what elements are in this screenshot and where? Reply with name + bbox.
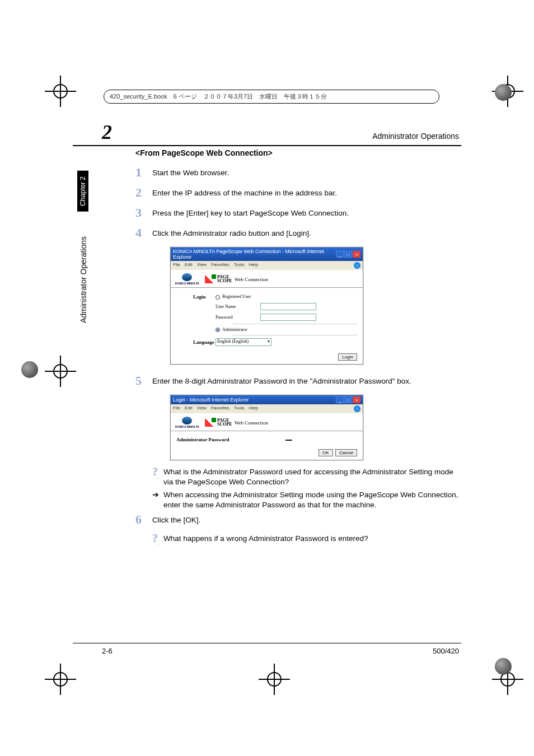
login-button[interactable]: Login <box>338 353 357 361</box>
web-connection-text: Web Connection <box>235 420 268 426</box>
step-number: 6 <box>135 514 152 526</box>
administrator-label: Administrator <box>222 327 247 332</box>
model-number: 500/420 <box>433 647 461 655</box>
header-rule: 2 Administrator Operations <box>73 120 461 146</box>
step-6: 6 Click the [OK]. <box>135 514 461 526</box>
username-input[interactable] <box>260 303 316 310</box>
question-mark-icon: ? <box>152 467 163 487</box>
registered-user-label: Registered User <box>222 294 251 299</box>
pagescope-icon <box>205 419 215 427</box>
admin-password-value[interactable]: •••••••• <box>285 438 292 442</box>
step-text: Click the [OK]. <box>152 514 200 526</box>
konica-minolta-logo: KONICA MINOLTA <box>175 417 199 428</box>
maximize-icon[interactable]: □ <box>344 251 352 258</box>
ok-button[interactable]: OK <box>318 449 333 456</box>
brand-banner: KONICA MINOLTA PAGESCOPE Web Connection <box>171 413 363 431</box>
menu-favorites[interactable]: Favorites <box>211 405 229 412</box>
cancel-button[interactable]: Cancel <box>335 449 357 456</box>
window-titlebar: Login - Microsoft Internet Explorer _ □ … <box>171 395 363 404</box>
ie-logo-icon <box>354 405 360 412</box>
step-text: Press the [Enter] key to start PageScope… <box>152 207 349 219</box>
step-3: 3 Press the [Enter] key to start PageSco… <box>135 207 461 219</box>
language-select[interactable]: English (English) <box>216 338 271 346</box>
menu-view[interactable]: View <box>197 405 207 412</box>
question-mark-icon: ? <box>152 534 163 546</box>
password-input[interactable] <box>260 314 316 321</box>
step-number: 4 <box>135 227 152 239</box>
question-text: What is the Administrator Password used … <box>163 467 461 487</box>
file-header: 420_security_E.book 6 ページ ２００７年3月7日 水曜日 … <box>104 90 439 104</box>
minimize-icon[interactable]: _ <box>336 396 344 403</box>
menu-view[interactable]: View <box>197 262 207 269</box>
registered-user-radio[interactable] <box>216 295 220 300</box>
menu-favorites[interactable]: Favorites <box>211 262 229 269</box>
step-number: 5 <box>135 375 152 387</box>
password-label: Password <box>216 315 260 320</box>
qa-answer-1: ➔ When accessing the Administrator Setti… <box>152 490 461 510</box>
qa-question-1: ? What is the Administrator Password use… <box>152 467 461 487</box>
chapter-tab: Chapter 2 <box>77 171 88 212</box>
close-icon[interactable]: × <box>353 396 360 403</box>
answer-text: When accessing the Administrator Setting… <box>163 490 461 510</box>
konica-minolta-logo: KONICA MINOLTA <box>175 273 199 285</box>
menu-edit[interactable]: Edit <box>185 262 193 269</box>
step-1: 1 Start the Web browser. <box>135 166 461 179</box>
maximize-icon[interactable]: □ <box>344 396 352 403</box>
brand-banner: KONICA MINOLTA PAGESCOPE Web Connection <box>171 270 363 288</box>
registration-ball-icon <box>495 658 512 675</box>
screenshot-admin-password: Login - Microsoft Internet Explorer _ □ … <box>170 395 363 460</box>
menu-help[interactable]: Help <box>249 262 257 269</box>
step-text: Start the Web browser. <box>152 167 229 179</box>
page-title: Administrator Operations <box>372 132 461 144</box>
language-label: Language <box>176 339 216 345</box>
chapter-number: 2 <box>73 120 112 144</box>
brand-text: KONICA MINOLTA <box>175 282 199 285</box>
menu-tools[interactable]: Tools <box>234 262 245 269</box>
window-titlebar: KONICA MINOLTA PageScope Web Connection … <box>171 248 363 261</box>
admin-password-label: Administrator Password <box>176 437 229 442</box>
sidebar-section-label: Administrator Operations <box>77 234 90 325</box>
page-number: 2-6 <box>73 647 113 655</box>
step-number: 3 <box>135 207 152 219</box>
menubar: File Edit View Favorites Tools Help <box>171 404 363 413</box>
menu-edit[interactable]: Edit <box>185 405 193 412</box>
screenshot-login-page: KONICA MINOLTA PageScope Web Connection … <box>170 247 363 365</box>
menu-help[interactable]: Help <box>249 405 257 412</box>
username-label: User Name <box>216 304 260 309</box>
login-label: Login <box>176 294 216 300</box>
question-text: What happens if a wrong Administrator Pa… <box>163 534 368 546</box>
step-text: Enter the IP address of the machine in t… <box>152 187 337 199</box>
step-number: 2 <box>135 186 152 199</box>
ps-text-2: SCOPE <box>217 422 232 427</box>
globe-icon <box>182 417 192 424</box>
arrow-icon: ➔ <box>152 490 163 510</box>
pagescope-icon <box>205 276 215 283</box>
window-title: KONICA MINOLTA PageScope Web Connection … <box>173 249 336 260</box>
step-text: Enter the 8-digit Administrator Password… <box>152 375 411 387</box>
brand-text: KONICA MINOLTA <box>175 425 199 428</box>
step-number: 1 <box>135 166 152 179</box>
web-connection-text: Web Connection <box>235 277 268 282</box>
window-title: Login - Microsoft Internet Explorer <box>173 397 249 403</box>
menu-tools[interactable]: Tools <box>234 405 245 412</box>
ie-logo-icon <box>354 262 360 269</box>
menubar: File Edit View Favorites Tools Help <box>171 261 363 270</box>
step-2: 2 Enter the IP address of the machine in… <box>135 186 461 199</box>
step-4: 4 Click the Administrator radio button a… <box>135 227 461 239</box>
step-5: 5 Enter the 8-digit Administrator Passwo… <box>135 375 461 387</box>
registration-ball-icon <box>21 361 38 378</box>
step-text: Click the Administrator radio button and… <box>152 227 311 239</box>
menu-file[interactable]: File <box>173 262 180 269</box>
menu-file[interactable]: File <box>173 405 180 412</box>
registration-ball-icon <box>495 84 512 101</box>
qa-question-2: ? What happens if a wrong Administrator … <box>152 534 461 546</box>
globe-icon <box>182 273 192 281</box>
administrator-radio[interactable] <box>216 328 220 332</box>
ps-text-2: SCOPE <box>217 278 232 283</box>
close-icon[interactable]: × <box>353 251 360 258</box>
page-footer: 2-6 500/420 <box>73 643 461 655</box>
minimize-icon[interactable]: _ <box>336 251 344 258</box>
subheading: <From PageScope Web Connection> <box>135 148 461 157</box>
